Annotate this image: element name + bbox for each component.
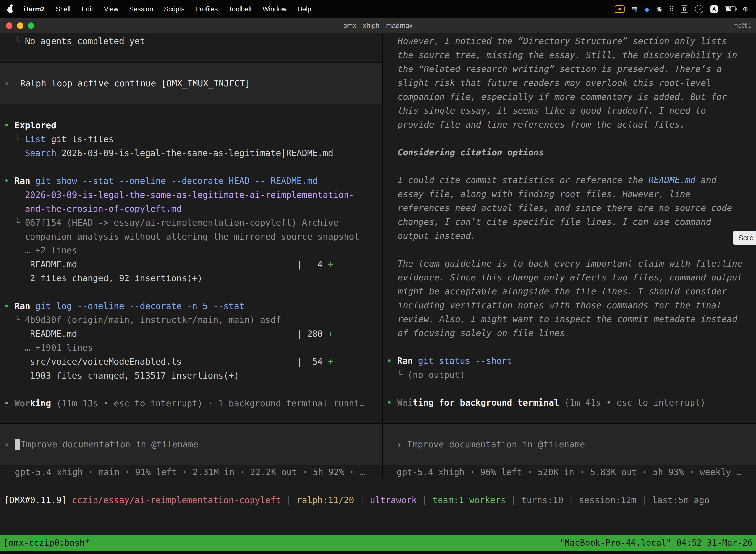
right-model-statusline: gpt-5.4 xhigh · 96% left · 520K in · 5.8…: [383, 465, 756, 479]
inject-text: Ralph loop active continue [OMX_TMUX_INJ…: [20, 76, 250, 90]
menubar-status-items: ▦ ◆ ◉ ⠿ 8 .61 A ϟ ⊛: [615, 5, 750, 13]
keyboard-grid-icon[interactable]: ▦: [631, 5, 638, 13]
input-source-icon[interactable]: A: [710, 5, 718, 13]
ran-verb: Ran: [397, 356, 413, 366]
right-prompt-input[interactable]: ›Improve documentation in @filename: [383, 423, 756, 465]
working-label-dim: Wor: [14, 398, 30, 408]
ran-git-status-line: • Ran git status --short: [387, 354, 752, 368]
lsfiles-args: git ls-files: [46, 134, 114, 144]
menu-edit[interactable]: Edit: [76, 5, 99, 13]
diffstat-line: README.md | 4 +: [4, 258, 378, 271]
ran-verb: Ran: [14, 176, 30, 186]
bullet-icon: •: [4, 301, 14, 311]
diffstat-line: README.md | 280 +: [4, 327, 378, 341]
input-ghost-text: Improve documentation in @filename: [407, 437, 585, 451]
diffstat-file: src/voice/voiceModeEnabled.ts | 54: [4, 357, 328, 367]
tree-glyph: └: [4, 36, 25, 46]
screen-share-button[interactable]: Scre: [733, 231, 756, 245]
ralph-counter: ralph:11/20: [297, 495, 354, 505]
control-center-icon[interactable]: ⊛: [743, 5, 748, 13]
close-button[interactable]: [6, 22, 12, 29]
working-spinner-line: • Working (11m 13s • esc to interrupt) ·…: [4, 396, 378, 410]
agents-status-text: No agents completed yet: [25, 36, 145, 46]
blue-app-icon[interactable]: ◆: [644, 5, 649, 13]
menu-scripts[interactable]: Scripts: [159, 5, 190, 13]
working-meta: (11m 13s • esc to interrupt) · 1 backgro…: [51, 398, 365, 408]
readme-link[interactable]: README.md: [648, 175, 695, 185]
menu-view[interactable]: View: [99, 5, 124, 13]
key-8-icon[interactable]: 8: [681, 5, 688, 13]
omx-branch: cczip/essay/ai-reimplementation-copyleft: [72, 495, 281, 505]
waiting-label: ting for background terminal: [413, 398, 559, 407]
swirl-app-icon[interactable]: ◉: [656, 5, 662, 13]
bullet-icon: •: [387, 356, 397, 366]
plus-marker: +: [328, 329, 333, 339]
reasoning-paragraph: I could cite commit statistics or refere…: [397, 173, 752, 243]
tmux-statusbar: [omx-cczip0:bash* "MacBook-Pro-44.local"…: [0, 535, 756, 551]
left-terminal-pane: └ No agents completed yet ›Ralph loop ac…: [0, 33, 382, 479]
macos-menubar: iTerm2 Shell Edit View Session Scripts P…: [0, 0, 756, 18]
right-scrollback[interactable]: However, I noticed the “Directory Struct…: [383, 33, 756, 423]
window-titlebar[interactable]: omx --xhigh --madmax ⌥⌘1: [0, 18, 756, 33]
prompt-chevron-icon: ›: [397, 437, 402, 451]
ran-git-show-line: • Ran git show --stat --oneline --decora…: [4, 174, 378, 188]
menu-help[interactable]: Help: [292, 5, 317, 13]
left-scrollback[interactable]: └ No agents completed yet ›Ralph loop ac…: [0, 33, 382, 423]
input-ghost-text: Improve documentation in @filename: [20, 437, 198, 451]
battery-charging-bolt-icon: ϟ: [725, 6, 735, 11]
plus-marker: +: [328, 259, 333, 269]
reasoning-paragraph: However, I noticed the “Directory Struct…: [397, 34, 752, 131]
diffstat-summary: 2 files changed, 92 insertions(+): [4, 271, 378, 285]
window-shortcut-badge: ⌥⌘1: [734, 22, 752, 30]
bottom-strip: [0, 551, 756, 554]
zoom-button[interactable]: [28, 22, 34, 29]
tmux-session-window: [omx-cczip0:bash*: [3, 538, 90, 548]
text-cursor: [15, 439, 20, 449]
separator: |: [636, 495, 652, 505]
search-args: 2026-03-09-is-legal-the-same-as-legitima…: [56, 148, 333, 158]
dots-grid-icon[interactable]: ⠿: [669, 5, 674, 13]
menu-window[interactable]: Window: [257, 5, 292, 13]
lsfiles-line: └ List git ls-files: [4, 132, 378, 146]
essay-filename: 2026-03-09-is-legal-the-same-as-legitima…: [4, 188, 378, 216]
minimize-button[interactable]: [17, 22, 23, 29]
git-show-command: git show --stat --oneline --decorate HEA…: [30, 176, 317, 186]
bullet-icon: •: [4, 120, 14, 130]
screen-recording-icon[interactable]: [615, 5, 625, 13]
menu-app-name[interactable]: iTerm2: [18, 5, 50, 13]
desktop-screen: iTerm2 Shell Edit View Session Scripts P…: [0, 0, 756, 554]
apple-menu-icon[interactable]: [7, 7, 13, 13]
ralph-inject-box[interactable]: ›Ralph loop active continue [OMX_TMUX_IN…: [0, 62, 382, 105]
last-activity: last:5m ago: [652, 495, 710, 505]
indent: [4, 148, 25, 158]
more-lines-note: … +2 lines: [4, 243, 378, 258]
menu-toolbelt[interactable]: Toolbelt: [223, 5, 257, 13]
diffstat-file: README.md | 280: [4, 329, 328, 339]
spinner-bullet-icon: •: [4, 398, 14, 408]
explored-line: • Explored: [4, 118, 378, 132]
mode-badge: ultrawork: [370, 495, 417, 505]
window-title: omx --xhigh --madmax: [0, 21, 756, 30]
diffstat-file: README.md | 4: [4, 259, 328, 269]
badge-61-icon[interactable]: .61: [695, 5, 703, 13]
omx-version: [OMX#0.11.9]: [4, 495, 72, 505]
menu-profiles[interactable]: Profiles: [190, 5, 223, 13]
commit-info: └ 067f154 (HEAD -> essay/ai-reimplementa…: [4, 216, 378, 243]
search-line: Search 2026-03-09-is-legal-the-same-as-l…: [4, 146, 378, 160]
prompt-chevron-icon: ›: [4, 437, 9, 451]
search-verb: Search: [25, 148, 56, 158]
menu-session[interactable]: Session: [124, 5, 159, 13]
battery-icon[interactable]: ϟ: [725, 6, 736, 12]
waiting-label-dim: Wai: [397, 398, 413, 407]
ran-verb: Ran: [14, 301, 30, 311]
left-prompt-input[interactable]: ›Improve documentation in @filename: [0, 423, 382, 465]
separator: |: [281, 495, 297, 505]
command-output: └ (no output): [387, 368, 752, 382]
team-badge: team:1 workers: [433, 495, 506, 505]
menu-shell[interactable]: Shell: [50, 5, 76, 13]
diffstat-summary: 1903 files changed, 513517 insertions(+): [4, 369, 378, 383]
waiting-meta: (1m 41s • esc to interrupt): [559, 398, 705, 407]
agents-status-line: └ No agents completed yet: [4, 34, 378, 48]
prompt-chevron-icon: ›: [4, 76, 9, 90]
git-log-command: git log --oneline --decorate -n 5 --stat: [30, 301, 244, 311]
